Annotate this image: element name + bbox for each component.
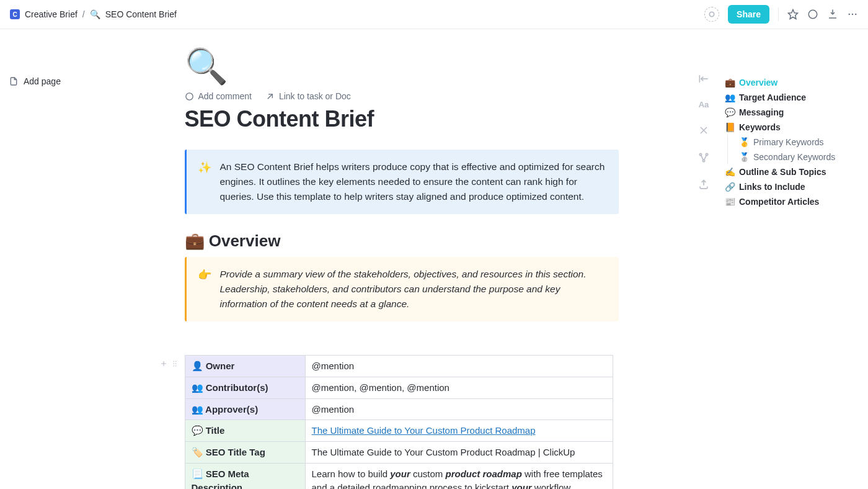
outline-label: Secondary Keywords	[753, 152, 835, 162]
typography-button[interactable]: Aa	[699, 100, 709, 109]
callout-overview[interactable]: 👉 Provide a summary view of the stakehol…	[185, 257, 619, 321]
workspace-icon[interactable]: C	[10, 9, 20, 19]
table-row: 💬 Title The Ultimate Guide to Your Custo…	[185, 420, 613, 442]
link-task-button[interactable]: Link to task or Doc	[265, 91, 351, 101]
collapse-icon[interactable]	[698, 73, 710, 85]
svg-point-10	[175, 363, 176, 364]
cell-approver-label[interactable]: 👥 Approver(s)	[185, 398, 305, 420]
table-row: 👤 Owner @mention	[185, 356, 613, 377]
cell-seometa-label[interactable]: 📃 SEO Meta Description	[185, 463, 305, 489]
cell-contrib-label[interactable]: 👥 Contributor(s)	[185, 377, 305, 398]
add-comment-button[interactable]: Add comment	[185, 91, 252, 101]
breadcrumb-icon: 🔍	[90, 9, 100, 19]
outline-item-links[interactable]: 🔗 Links to Include	[725, 179, 862, 194]
heading-overview[interactable]: 💼 Overview	[185, 231, 619, 251]
outline-item-overview[interactable]: 💼 Overview	[725, 75, 862, 90]
svg-point-6	[185, 92, 192, 99]
svg-point-7	[173, 361, 174, 362]
page-plus-icon	[9, 76, 19, 86]
add-block-icon[interactable]	[159, 359, 169, 369]
drag-handle-icon[interactable]	[170, 359, 180, 369]
comment-icon	[185, 92, 194, 101]
comments-icon[interactable]	[807, 9, 818, 20]
overview-table[interactable]: 👤 Owner @mention 👥 Contributor(s) @menti…	[185, 355, 613, 489]
outline-label: Links to Include	[739, 182, 805, 192]
gold-medal-icon: 🥇	[739, 137, 750, 147]
outline-item-messaging[interactable]: 💬 Messaging	[725, 105, 862, 120]
book-icon: 📙	[725, 122, 735, 132]
cell-title-value[interactable]: The Ultimate Guide to Your Custom Produc…	[305, 420, 613, 442]
newspaper-icon: 📰	[725, 197, 735, 207]
outline-item-competitors[interactable]: 📰 Competitor Articles	[725, 194, 862, 209]
ai-icon[interactable]	[698, 124, 710, 137]
svg-point-9	[173, 363, 174, 364]
outline-item-secondary-keywords[interactable]: 🥈 Secondary Keywords	[739, 150, 862, 164]
outline-item-target-audience[interactable]: 👥 Target Audience	[725, 90, 862, 105]
table-row: 📃 SEO Meta Description Learn how to buil…	[185, 463, 613, 489]
link-icon	[265, 92, 275, 101]
sparkles-icon: ✨	[198, 159, 211, 204]
silver-medal-icon: 🥈	[739, 152, 750, 162]
outline-label: Messaging	[739, 107, 784, 117]
svg-point-13	[699, 153, 701, 155]
writing-icon: ✍️	[725, 167, 735, 177]
people-icon: 👥	[725, 92, 735, 102]
cell-title-label[interactable]: 💬 Title	[185, 420, 305, 442]
outline-label: Outline & Sub Topics	[739, 167, 826, 177]
svg-point-12	[175, 366, 176, 367]
page-meta-row: Add comment Link to task or Doc	[185, 91, 619, 101]
add-page-label: Add page	[24, 76, 61, 86]
link-task-label: Link to task or Doc	[279, 91, 351, 101]
cell-approver-value[interactable]: @mention	[305, 398, 613, 420]
cell-seotag-value[interactable]: The Ultimate Guide to Your Custom Produc…	[305, 442, 613, 464]
status-icon[interactable]	[704, 7, 719, 22]
seometa-emph: your	[390, 469, 410, 479]
outline-item-keywords[interactable]: 📙 Keywords	[725, 120, 862, 135]
outline-panel: 💼 Overview 👥 Target Audience 💬 Messaging…	[716, 29, 868, 489]
topbar-actions: Share	[704, 5, 858, 24]
table-row: 🏷️ SEO Title Tag The Ultimate Guide to Y…	[185, 442, 613, 464]
download-icon[interactable]	[827, 9, 838, 20]
outline-label: Primary Keywords	[753, 137, 824, 147]
seometa-text: workflow.	[532, 482, 573, 489]
table-block: 👤 Owner @mention 👥 Contributor(s) @menti…	[185, 355, 619, 489]
page-emoji[interactable]: 🔍	[185, 49, 619, 84]
svg-point-8	[175, 361, 176, 362]
outline-item-primary-keywords[interactable]: 🥇 Primary Keywords	[739, 135, 862, 150]
cell-contrib-value[interactable]: @mention, @mention, @mention	[305, 377, 613, 398]
table-row: 👥 Approver(s) @mention	[185, 398, 613, 420]
title-link[interactable]: The Ultimate Guide to Your Custom Produc…	[312, 425, 536, 436]
breadcrumb: C Creative Brief / 🔍 SEO Content Brief	[10, 9, 177, 19]
svg-point-3	[849, 14, 850, 15]
cell-seotag-label[interactable]: 🏷️ SEO Title Tag	[185, 442, 305, 464]
breadcrumb-current[interactable]: SEO Content Brief	[105, 9, 177, 19]
topbar: C Creative Brief / 🔍 SEO Content Brief S…	[0, 0, 868, 29]
seometa-emph: product roadmap	[445, 469, 521, 479]
tool-rail: Aa	[694, 73, 714, 191]
block-handles	[159, 359, 180, 369]
favorite-icon[interactable]	[787, 9, 799, 20]
network-icon[interactable]	[698, 151, 710, 164]
outline-sublist: 🥇 Primary Keywords 🥈 Secondary Keywords	[727, 135, 862, 164]
cell-seometa-value[interactable]: Learn how to build your custom product r…	[305, 463, 613, 489]
callout-intro[interactable]: ✨ An SEO Content Brief helps writers pro…	[185, 150, 619, 214]
svg-marker-1	[789, 10, 798, 19]
cell-owner-value[interactable]: @mention	[305, 356, 613, 377]
page-title[interactable]: SEO Content Brief	[185, 106, 619, 132]
breadcrumb-parent[interactable]: Creative Brief	[25, 9, 78, 19]
svg-point-11	[173, 366, 174, 367]
divider	[778, 7, 779, 21]
speech-icon: 💬	[725, 107, 735, 117]
export-icon[interactable]	[698, 179, 710, 191]
add-page-button[interactable]: Add page	[9, 76, 104, 86]
outline-label: Target Audience	[739, 92, 806, 102]
outline-label: Keywords	[739, 122, 781, 132]
share-button[interactable]: Share	[728, 5, 769, 24]
cell-owner-label[interactable]: 👤 Owner	[185, 356, 305, 377]
svg-point-2	[808, 10, 817, 19]
outline-item-outline-subtopics[interactable]: ✍️ Outline & Sub Topics	[725, 164, 862, 179]
svg-point-14	[706, 153, 707, 155]
svg-point-5	[855, 14, 856, 15]
table-row: 👥 Contributor(s) @mention, @mention, @me…	[185, 377, 613, 398]
more-icon[interactable]	[847, 9, 858, 20]
